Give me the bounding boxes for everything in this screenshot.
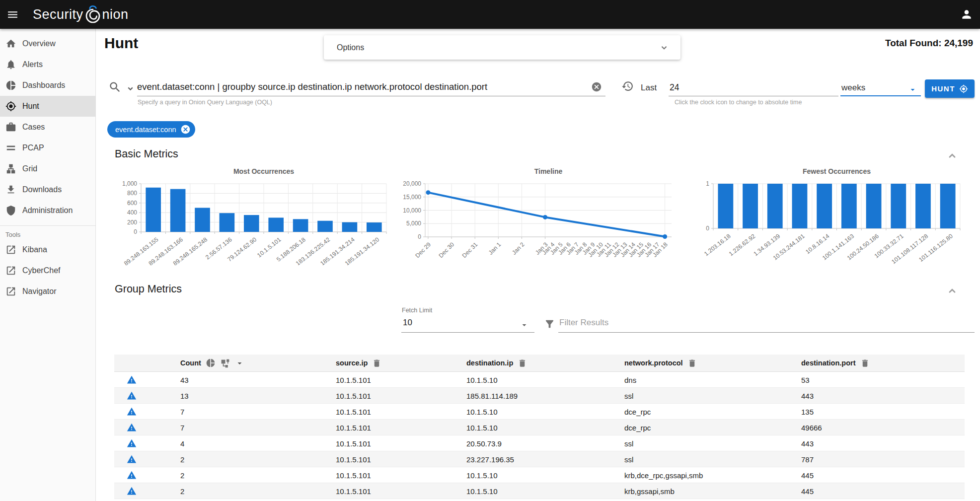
cell-destination-port[interactable]: 443: [801, 439, 814, 447]
cell-source-ip[interactable]: 10.1.5.101: [336, 487, 371, 495]
remove-column-trash-icon[interactable]: [518, 358, 527, 368]
cell-source-ip[interactable]: 10.1.5.101: [336, 407, 371, 416]
cell-network-protocol[interactable]: krb,dce_rpc,gssapi,smb: [624, 471, 703, 479]
menu-icon[interactable]: [6, 8, 19, 21]
sidebar-item-hunt[interactable]: Hunt: [0, 96, 95, 117]
source-ip-header-label[interactable]: source.ip: [336, 359, 368, 367]
row-warning-icon[interactable]: [127, 486, 137, 496]
cell-count[interactable]: 4: [180, 439, 184, 447]
relative-time-clock-icon[interactable]: [621, 80, 634, 92]
sidebar-item-navigator[interactable]: Navigator: [0, 281, 95, 302]
data-point[interactable]: [543, 215, 547, 219]
cell-source-ip[interactable]: 10.1.5.101: [336, 439, 371, 447]
sidebar-item-dashboards[interactable]: Dashboards: [0, 75, 95, 96]
fetch-limit-caret-icon[interactable]: [520, 320, 529, 330]
cell-source-ip[interactable]: 10.1.5.101: [336, 391, 371, 400]
row-warning-icon[interactable]: [127, 391, 137, 401]
cell-destination-ip[interactable]: 10.1.5.10: [466, 423, 498, 431]
sidebar-item-grid[interactable]: Grid: [0, 158, 95, 179]
bar[interactable]: [317, 221, 333, 232]
cell-destination-ip[interactable]: 10.1.5.10: [466, 407, 498, 416]
row-warning-icon[interactable]: [127, 438, 137, 448]
sidebar-item-cyberchef[interactable]: CyberChef: [0, 260, 95, 281]
fetch-limit-select[interactable]: 10: [403, 318, 412, 328]
cell-count[interactable]: 7: [180, 423, 184, 431]
remove-column-trash-icon[interactable]: [860, 358, 870, 368]
cell-destination-port[interactable]: 135: [801, 407, 814, 416]
bar[interactable]: [268, 217, 284, 232]
cell-count[interactable]: 2: [180, 471, 184, 479]
cell-count[interactable]: 2: [180, 455, 184, 463]
bar[interactable]: [244, 215, 259, 232]
bar[interactable]: [170, 189, 186, 232]
bar[interactable]: [817, 184, 832, 228]
destination-port-header-label[interactable]: destination.port: [801, 359, 856, 367]
bar[interactable]: [866, 184, 882, 228]
pie-chart-toggle-icon[interactable]: [206, 358, 216, 368]
cell-source-ip[interactable]: 10.1.5.101: [336, 471, 371, 479]
row-warning-icon[interactable]: [127, 375, 137, 385]
time-unit-select[interactable]: weeks: [841, 83, 865, 93]
cell-count[interactable]: 2: [180, 487, 184, 495]
cell-destination-ip[interactable]: 10.1.5.10: [466, 487, 498, 495]
cell-count[interactable]: 13: [180, 391, 189, 400]
cell-destination-ip[interactable]: 10.1.5.10: [466, 375, 498, 384]
bar[interactable]: [915, 184, 931, 228]
sidebar-item-kibana[interactable]: Kibana: [0, 239, 95, 260]
remove-column-trash-icon[interactable]: [687, 358, 697, 368]
cell-source-ip[interactable]: 10.1.5.101: [336, 375, 371, 384]
sidebar-item-cases[interactable]: Cases: [0, 117, 95, 138]
cell-destination-port[interactable]: 445: [801, 471, 814, 479]
chart-type-icon[interactable]: [220, 358, 230, 368]
sidebar-item-pcap[interactable]: PCAP: [0, 138, 95, 158]
cell-destination-port[interactable]: 443: [801, 391, 814, 400]
bar[interactable]: [792, 184, 808, 228]
hunt-button[interactable]: HUNT: [925, 79, 975, 98]
destination-ip-header-label[interactable]: destination.ip: [466, 359, 513, 367]
bar[interactable]: [940, 184, 956, 228]
sidebar-item-alerts[interactable]: Alerts: [0, 54, 95, 75]
cell-destination-port[interactable]: 53: [801, 375, 810, 384]
row-warning-icon[interactable]: [127, 407, 137, 417]
cell-source-ip[interactable]: 10.1.5.101: [336, 455, 371, 463]
data-point[interactable]: [426, 190, 430, 195]
bar[interactable]: [342, 222, 358, 232]
cell-destination-port[interactable]: 445: [801, 487, 814, 495]
cell-destination-ip[interactable]: 10.1.5.10: [466, 471, 498, 479]
cell-count[interactable]: 7: [180, 407, 184, 416]
cell-source-ip[interactable]: 10.1.5.101: [336, 423, 371, 431]
cell-network-protocol[interactable]: ssl: [624, 391, 633, 400]
time-value-input[interactable]: [670, 80, 833, 95]
bar[interactable]: [146, 188, 161, 232]
cell-destination-ip[interactable]: 185.81.114.189: [466, 391, 518, 400]
row-warning-icon[interactable]: [127, 423, 137, 432]
row-warning-icon[interactable]: [127, 454, 137, 464]
cell-destination-ip[interactable]: 20.50.73.9: [466, 439, 502, 447]
user-account-icon[interactable]: [960, 8, 973, 21]
options-dropdown[interactable]: Options: [324, 35, 680, 60]
bar[interactable]: [767, 184, 783, 228]
cell-destination-port[interactable]: 787: [801, 455, 814, 463]
row-warning-icon[interactable]: [127, 470, 137, 480]
bar[interactable]: [891, 184, 906, 228]
cell-network-protocol[interactable]: dns: [624, 375, 636, 384]
basic-metrics-collapse-icon[interactable]: [947, 150, 958, 161]
chart-type-caret-icon[interactable]: [235, 358, 244, 368]
cell-count[interactable]: 43: [180, 375, 189, 384]
remove-column-trash-icon[interactable]: [372, 358, 381, 368]
bar[interactable]: [293, 219, 308, 232]
time-unit-caret-icon[interactable]: [908, 85, 917, 94]
cell-network-protocol[interactable]: dce_rpc: [624, 407, 651, 416]
cell-destination-ip[interactable]: 23.227.196.35: [466, 455, 514, 463]
bar[interactable]: [743, 184, 758, 228]
bar[interactable]: [367, 222, 382, 232]
sidebar-item-overview[interactable]: Overview: [0, 33, 95, 54]
query-input[interactable]: [137, 78, 587, 95]
data-point[interactable]: [663, 234, 667, 239]
filter-results-input[interactable]: [559, 315, 912, 330]
bar[interactable]: [220, 213, 235, 232]
filter-chip[interactable]: event.dataset:conn: [107, 121, 195, 138]
sidebar-item-downloads[interactable]: Downloads: [0, 179, 95, 200]
bar[interactable]: [718, 184, 733, 228]
query-history-caret-icon[interactable]: [126, 84, 135, 93]
